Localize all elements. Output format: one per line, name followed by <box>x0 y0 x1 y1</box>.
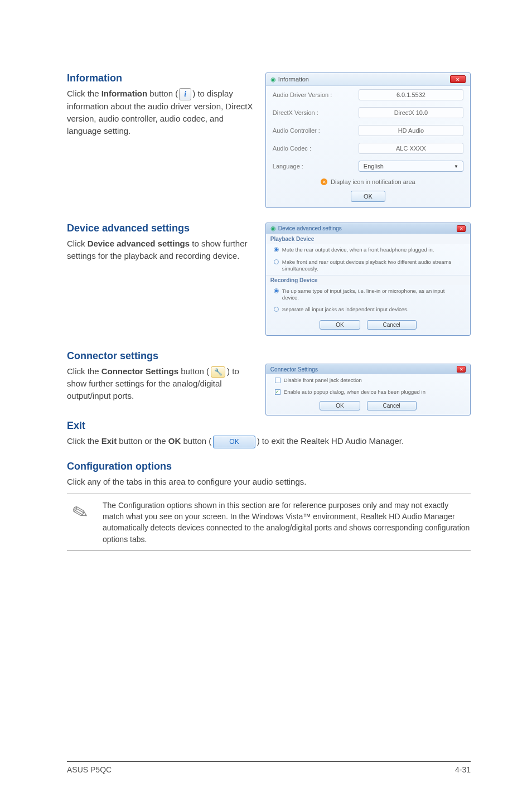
exit-heading: Exit <box>67 420 471 432</box>
note-box: ✎ The Configuration options shown in thi… <box>67 494 471 551</box>
text: ) to exit the Realtek HD Audio Manager. <box>257 436 404 446</box>
info-row: Audio Controller : HD Audio <box>266 122 470 139</box>
dialog-title: Device advanced settings <box>278 225 342 231</box>
label: Language : <box>273 163 359 170</box>
device-advanced-dialog: ◉ Device advanced settings ✕ Playback De… <box>265 223 471 336</box>
config-heading: Configuration options <box>67 461 471 472</box>
text-bold: OK <box>168 436 181 446</box>
ok-button[interactable]: OK <box>320 320 360 330</box>
label: Audio Controller : <box>273 127 359 134</box>
language-select[interactable]: English ▼ <box>359 161 463 172</box>
cancel-button[interactable]: Cancel <box>367 320 417 330</box>
label: Audio Driver Version : <box>273 91 359 98</box>
label: DirectX Version : <box>273 109 359 116</box>
close-icon[interactable]: ✕ <box>457 366 466 373</box>
globe-icon: ◉ <box>270 225 276 232</box>
close-icon[interactable]: ✕ <box>457 225 466 232</box>
config-body: Click any of the tabs in this area to co… <box>67 476 471 488</box>
label: Audio Codec : <box>273 145 359 152</box>
dialog-titlebar: ◉ Information ✕ <box>266 73 470 86</box>
checkbox-option[interactable]: Disable front panel jack detection <box>266 374 470 386</box>
disallow-icon: ✕ <box>321 178 327 185</box>
device-advanced-body: Click Device advanced settings to show f… <box>67 238 257 262</box>
info-row-language: Language : English ▼ <box>266 157 470 175</box>
dialog-title: Connector Settings <box>270 366 318 373</box>
group-header: Playback Device <box>266 234 470 244</box>
text: button or the <box>117 436 168 446</box>
ok-button[interactable]: OK <box>320 401 360 410</box>
value: ALC XXXX <box>359 143 463 154</box>
radio-option[interactable]: Mute the rear output device, when a fron… <box>266 244 470 256</box>
device-advanced-heading: Device advanced settings <box>67 223 257 234</box>
radio-label: Tie up same type of input jacks, i.e. li… <box>282 288 462 301</box>
note-text: The Configuration options shown in this … <box>103 500 471 545</box>
checkbox-label: Display icon in notification area <box>331 178 415 185</box>
connector-heading: Connector settings <box>67 350 257 362</box>
radio-label: Make front and rear output devices playb… <box>282 259 462 272</box>
info-row: DirectX Version : DirectX 10.0 <box>266 104 470 122</box>
text: button ( <box>147 89 178 98</box>
text: button ( <box>178 366 209 376</box>
selected-value: English <box>364 163 384 170</box>
text-bold: Information <box>101 89 148 98</box>
information-dialog: ◉ Information ✕ Audio Driver Version : 6… <box>265 73 471 208</box>
text: Click the <box>67 436 101 446</box>
radio-icon <box>274 259 279 264</box>
dialog-titlebar: ◉ Device advanced settings ✕ <box>266 223 470 234</box>
notify-checkbox-row[interactable]: ✕ Display icon in notification area <box>266 175 470 186</box>
value: 6.0.1.5532 <box>359 89 463 100</box>
connector-settings-dialog: Connector Settings ✕ Disable front panel… <box>265 364 471 416</box>
checkbox-option[interactable]: ✓ Enable auto popup dialog, when device … <box>266 386 470 398</box>
ok-button-inline[interactable]: OK <box>213 436 255 448</box>
exit-body: Click the Exit button or the OK button (… <box>67 435 471 448</box>
cancel-button[interactable]: Cancel <box>367 401 417 410</box>
text: button ( <box>181 436 211 446</box>
wrench-icon[interactable]: 🔧 <box>211 366 225 378</box>
radio-icon <box>274 307 279 312</box>
text-bold: Connector Settings <box>101 366 178 376</box>
value: HD Audio <box>359 125 463 136</box>
radio-option[interactable]: Separate all input jacks as independent … <box>266 303 470 316</box>
text: Click the <box>67 366 101 376</box>
checkbox-icon <box>275 378 280 383</box>
text-bold: Device advanced settings <box>88 239 190 248</box>
text: Click <box>67 239 88 248</box>
checkbox-icon: ✓ <box>275 389 280 395</box>
ok-button[interactable]: OK <box>351 191 385 202</box>
footer-right: 4-31 <box>455 765 471 774</box>
radio-label: Separate all input jacks as independent … <box>282 306 409 313</box>
radio-option[interactable]: Make front and rear output devices playb… <box>266 256 470 275</box>
radio-icon <box>274 288 279 293</box>
radio-label: Mute the rear output device, when a fron… <box>282 247 434 253</box>
radio-option[interactable]: Tie up same type of input jacks, i.e. li… <box>266 285 470 304</box>
info-row: Audio Codec : ALC XXXX <box>266 139 470 157</box>
chevron-down-icon: ▼ <box>454 164 458 169</box>
connector-body: Click the Connector Settings button (🔧) … <box>67 365 257 402</box>
pencil-icon: ✎ <box>64 497 95 528</box>
information-heading: Information <box>67 73 257 84</box>
info-row: Audio Driver Version : 6.0.1.5532 <box>266 86 470 104</box>
text: Click the <box>67 89 101 98</box>
information-body: Click the Information button (i) to disp… <box>67 88 257 137</box>
dialog-titlebar: Connector Settings ✕ <box>266 364 470 374</box>
info-icon[interactable]: i <box>179 88 191 100</box>
text-bold: Exit <box>101 436 117 446</box>
dialog-title: Information <box>278 76 309 83</box>
group-header: Recording Device <box>266 275 470 285</box>
close-icon[interactable]: ✕ <box>450 75 466 83</box>
value: DirectX 10.0 <box>359 107 463 118</box>
checkbox-label: Enable auto popup dialog, when device ha… <box>284 389 425 395</box>
page-footer: ASUS P5QC 4-31 <box>67 761 471 774</box>
radio-icon <box>274 247 279 252</box>
checkbox-label: Disable front panel jack detection <box>284 377 362 383</box>
globe-icon: ◉ <box>270 76 276 83</box>
footer-left: ASUS P5QC <box>67 765 112 774</box>
